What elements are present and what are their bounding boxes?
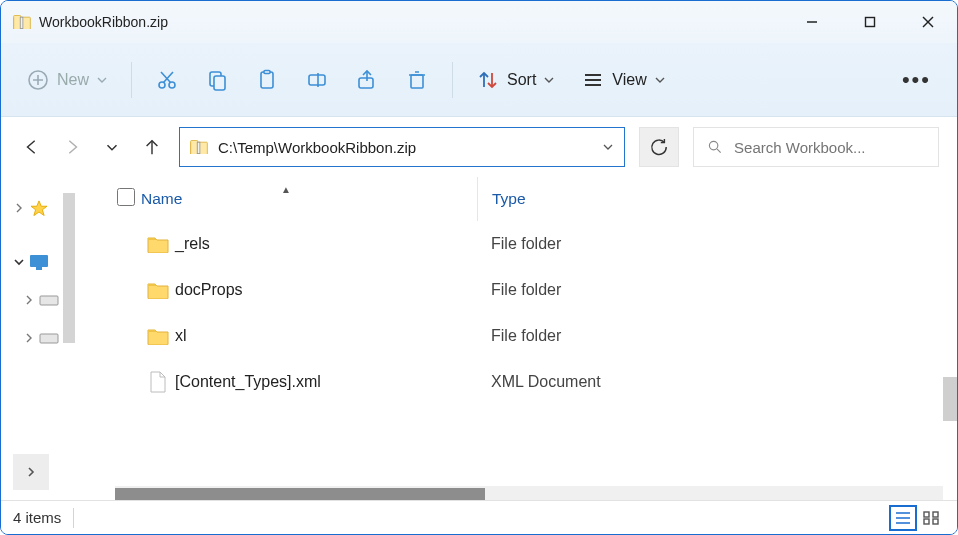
rename-button[interactable]: [294, 57, 340, 103]
file-type: XML Document: [477, 373, 957, 391]
minimize-button[interactable]: [783, 1, 841, 43]
file-row[interactable]: _relsFile folder: [99, 221, 957, 267]
file-type: File folder: [477, 327, 957, 345]
search-icon: [708, 139, 722, 155]
svg-rect-2: [20, 17, 23, 28]
folder-icon: [141, 327, 175, 345]
status-bar: 4 items: [1, 500, 957, 534]
view-button[interactable]: View: [570, 57, 676, 103]
more-options-button[interactable]: •••: [890, 57, 943, 103]
svg-rect-37: [40, 334, 58, 343]
navpane-item[interactable]: [1, 319, 99, 357]
close-button[interactable]: [899, 1, 957, 43]
toolbar-separator: [452, 62, 453, 98]
forward-button[interactable]: [59, 134, 85, 160]
file-list-pane: Name ▲ Type _relsFile folderdocPropsFile…: [99, 177, 957, 502]
svg-rect-41: [924, 512, 929, 517]
window-title: WorkbookRibbon.zip: [39, 14, 168, 30]
toolbar-ribbon: New Sort: [1, 43, 957, 117]
scissors-icon: [156, 69, 178, 91]
sort-indicator-icon: ▲: [281, 184, 291, 195]
new-button[interactable]: New: [15, 57, 119, 103]
svg-rect-43: [924, 519, 929, 524]
file-name: docProps: [175, 281, 477, 299]
status-item-count: 4 items: [13, 509, 61, 526]
star-icon: [29, 200, 49, 216]
toolbar-separator: [131, 62, 132, 98]
view-icon: [582, 69, 604, 91]
file-row[interactable]: docPropsFile folder: [99, 267, 957, 313]
navpane-item[interactable]: [1, 189, 99, 227]
chevron-down-icon: [655, 75, 665, 85]
svg-rect-1: [14, 15, 21, 29]
up-button[interactable]: [139, 134, 165, 160]
search-input[interactable]: [734, 139, 924, 156]
recent-locations-button[interactable]: [99, 134, 125, 160]
rename-icon: [306, 69, 328, 91]
drive-icon: [39, 330, 59, 346]
chevron-down-icon: [13, 256, 25, 268]
title-bar: WorkbookRibbon.zip: [1, 1, 957, 43]
status-separator: [73, 508, 74, 528]
svg-rect-36: [40, 296, 58, 305]
column-header-type[interactable]: Type: [477, 177, 957, 221]
svg-rect-20: [359, 78, 373, 88]
svg-rect-42: [933, 512, 938, 517]
sort-button[interactable]: Sort: [465, 57, 566, 103]
select-all-checkbox[interactable]: [99, 188, 141, 210]
svg-point-31: [709, 141, 717, 149]
svg-rect-16: [261, 72, 273, 88]
search-box[interactable]: [693, 127, 939, 167]
svg-line-32: [717, 149, 721, 153]
file-name: _rels: [175, 235, 477, 253]
file-type: File folder: [477, 235, 957, 253]
navpane-scrollbar[interactable]: [63, 193, 75, 343]
file-name: xl: [175, 327, 477, 345]
navpane-item[interactable]: [1, 243, 99, 281]
ellipsis-icon: •••: [902, 67, 931, 93]
navpane-item[interactable]: [1, 281, 99, 319]
file-row[interactable]: [Content_Types].xmlXML Document: [99, 359, 957, 405]
svg-rect-21: [411, 75, 423, 88]
svg-marker-33: [31, 201, 47, 216]
address-bar[interactable]: C:\Temp\WorkbookRibbon.zip: [179, 127, 625, 167]
delete-button[interactable]: [394, 57, 440, 103]
view-label: View: [612, 71, 646, 89]
details-view-toggle[interactable]: [889, 505, 917, 531]
svg-rect-29: [191, 140, 198, 154]
chevron-down-icon[interactable]: [602, 141, 614, 153]
chevron-right-icon: [13, 202, 25, 214]
navigation-row: C:\Temp\WorkbookRibbon.zip: [1, 117, 957, 177]
file-row[interactable]: xlFile folder: [99, 313, 957, 359]
zip-file-icon: [190, 140, 208, 154]
back-button[interactable]: [19, 134, 45, 160]
refresh-button[interactable]: [639, 127, 679, 167]
chevron-right-icon: [23, 332, 35, 344]
sort-icon: [477, 69, 499, 91]
file-icon: [141, 371, 175, 393]
navpane-collapse-button[interactable]: [13, 454, 49, 490]
navigation-pane: [1, 177, 99, 502]
maximize-button[interactable]: [841, 1, 899, 43]
paste-icon: [256, 69, 278, 91]
new-icon: [27, 69, 49, 91]
zip-file-icon: [13, 15, 31, 29]
chevron-right-icon: [23, 294, 35, 306]
share-button[interactable]: [344, 57, 390, 103]
svg-rect-17: [264, 70, 270, 73]
share-icon: [356, 69, 378, 91]
vertical-scrollbar[interactable]: [943, 377, 957, 421]
column-header-row: Name ▲ Type: [99, 177, 957, 221]
svg-rect-35: [36, 267, 42, 270]
svg-rect-15: [214, 76, 225, 90]
drive-icon: [39, 292, 59, 308]
thumbnails-view-toggle[interactable]: [917, 505, 945, 531]
copy-button[interactable]: [194, 57, 240, 103]
column-header-name[interactable]: Name ▲: [141, 190, 477, 208]
sort-label: Sort: [507, 71, 536, 89]
trash-icon: [406, 69, 428, 91]
copy-icon: [206, 69, 228, 91]
paste-button[interactable]: [244, 57, 290, 103]
chevron-down-icon: [544, 75, 554, 85]
cut-button[interactable]: [144, 57, 190, 103]
